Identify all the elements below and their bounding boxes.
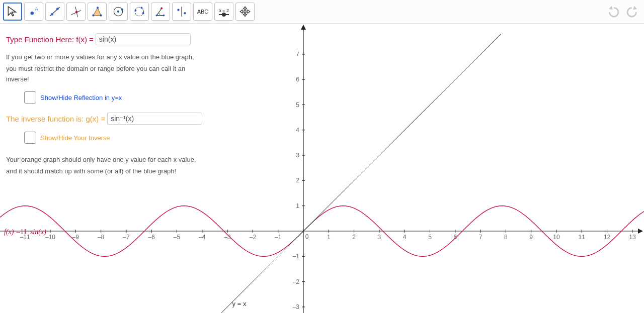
text-tool[interactable]: ABC (193, 3, 212, 21)
svg-point-0 (31, 12, 34, 15)
undo-button[interactable] (605, 4, 622, 19)
svg-text:6: 6 (296, 76, 299, 83)
fx-input[interactable] (96, 33, 191, 45)
toolbar: A ABC a = 2 (0, 0, 644, 24)
svg-point-21 (160, 8, 163, 10)
hint-1a: If you get two or more y values for any … (6, 52, 207, 63)
svg-text:9: 9 (529, 234, 533, 241)
fx-prompt: Type Function Here: f(x) = (6, 35, 94, 44)
reflection-label: Show/Hide Reflection in y=x (40, 94, 122, 101)
reflect-tool[interactable] (172, 3, 191, 21)
svg-text:–1: –1 (293, 253, 300, 260)
svg-text:–8: –8 (98, 234, 105, 241)
polygon-tool[interactable] (88, 3, 107, 21)
move-tool[interactable] (3, 3, 22, 21)
svg-text:1: 1 (296, 202, 299, 210)
svg-text:–6: –6 (148, 234, 155, 241)
svg-text:5: 5 (428, 234, 432, 241)
svg-point-20 (163, 15, 165, 17)
svg-text:2: 2 (296, 177, 299, 184)
hint-1b: you must restrict the domain or range be… (6, 64, 207, 85)
svg-point-18 (142, 12, 144, 14)
svg-point-7 (75, 11, 78, 14)
svg-text:12: 12 (604, 234, 611, 241)
svg-text:5: 5 (296, 101, 299, 109)
conic-tool[interactable] (130, 3, 149, 21)
svg-text:–1: –1 (275, 234, 282, 241)
slider-tool[interactable]: a = 2 (214, 3, 233, 21)
svg-point-10 (100, 14, 102, 16)
inverse-label: Show/Hide Your Inverse (40, 134, 110, 142)
svg-point-19 (155, 15, 157, 17)
svg-point-11 (97, 7, 99, 9)
point-tool[interactable]: A (24, 3, 43, 21)
svg-text:–5: –5 (174, 234, 181, 241)
svg-point-4 (56, 8, 59, 10)
svg-text:7: 7 (296, 51, 299, 58)
svg-point-23 (177, 9, 179, 11)
y-equals-x-label: y = x (232, 300, 247, 307)
svg-point-15 (135, 7, 143, 16)
svg-text:3: 3 (378, 234, 381, 241)
perpendicular-tool[interactable] (66, 3, 86, 21)
svg-point-3 (51, 13, 53, 16)
hint-2a: Your orange graph should only have one y… (6, 155, 207, 165)
svg-point-9 (92, 14, 94, 16)
svg-text:11: 11 (579, 234, 586, 241)
line-tool[interactable] (45, 3, 64, 21)
svg-text:–4: –4 (199, 234, 206, 241)
gx-prompt: The inverse function is: g(x) = (6, 115, 105, 123)
svg-text:–3: –3 (293, 303, 300, 310)
svg-text:2: 2 (352, 234, 356, 241)
control-panel: Type Function Here: f(x) = If you get tw… (6, 33, 207, 177)
svg-text:8: 8 (504, 234, 508, 241)
svg-point-16 (134, 10, 136, 12)
svg-text:–2: –2 (293, 278, 300, 285)
svg-text:A: A (35, 6, 38, 12)
svg-text:7: 7 (479, 234, 482, 241)
y-equals-x-line (220, 34, 501, 313)
svg-marker-8 (93, 8, 101, 15)
svg-text:–10: –10 (45, 234, 55, 241)
circle-tool[interactable] (109, 3, 128, 21)
angle-tool[interactable] (151, 3, 170, 21)
svg-point-14 (121, 9, 123, 11)
redo-button[interactable] (624, 4, 641, 19)
svg-point-17 (140, 7, 142, 9)
inverse-checkbox[interactable] (24, 132, 36, 144)
svg-text:10: 10 (553, 234, 560, 241)
svg-text:4: 4 (296, 127, 299, 134)
svg-text:13: 13 (629, 234, 636, 241)
svg-text:3: 3 (296, 152, 299, 159)
gx-input[interactable] (107, 113, 202, 125)
svg-text:4: 4 (403, 234, 407, 241)
svg-marker-26 (638, 229, 643, 234)
reflection-checkbox[interactable] (24, 91, 36, 103)
svg-point-13 (117, 11, 119, 13)
move-view-tool[interactable] (235, 3, 255, 21)
hint-2b: and it should match up with some (or all… (6, 166, 207, 177)
svg-text:–2: –2 (250, 234, 257, 241)
svg-text:1: 1 (327, 234, 331, 241)
svg-text:–7: –7 (123, 234, 130, 241)
svg-marker-28 (301, 25, 306, 30)
f-label: f(x) –11 sin(x) (4, 228, 46, 236)
svg-text:0: 0 (305, 233, 309, 240)
svg-point-24 (184, 12, 186, 14)
text-tool-label: ABC (197, 9, 209, 15)
